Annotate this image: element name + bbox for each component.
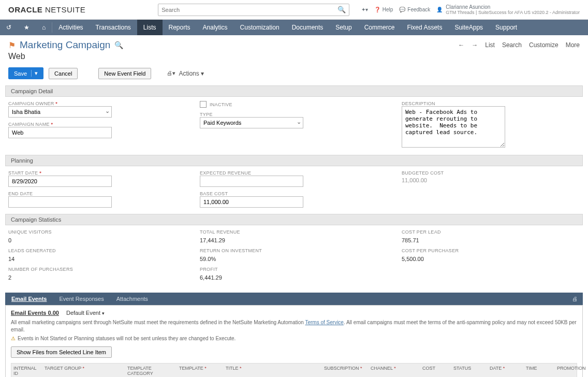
expected-revenue-field[interactable] bbox=[200, 176, 303, 187]
subtab-email-events[interactable]: Email Events bbox=[5, 293, 53, 305]
nav-documents[interactable]: Documents bbox=[286, 20, 330, 35]
cost-per-lead-label: COST PER LEAD bbox=[402, 229, 580, 235]
nav-activities[interactable]: Activities bbox=[52, 20, 89, 35]
inactive-checkbox[interactable] bbox=[200, 101, 207, 108]
nav-analytics[interactable]: Analytics bbox=[197, 20, 234, 35]
total-revenue-label: TOTAL REVENUE bbox=[200, 229, 396, 235]
base-cost-field[interactable] bbox=[200, 196, 303, 208]
col-date[interactable]: DATE * bbox=[488, 364, 524, 377]
global-search[interactable]: 🔍 bbox=[158, 4, 349, 16]
nav-lists[interactable]: Lists bbox=[137, 20, 163, 35]
campaign-owner-label: CAMPAIGN OWNER * bbox=[8, 101, 195, 106]
col-subscription[interactable]: SUBSCRIPTION * bbox=[322, 364, 369, 377]
col-cost[interactable]: COST bbox=[420, 364, 451, 377]
actions-menu[interactable]: Actions ▾ bbox=[179, 70, 204, 77]
profit-label: PROFIT bbox=[200, 267, 396, 272]
flag-icon: ⚑ bbox=[8, 40, 16, 50]
nav-customization[interactable]: Customization bbox=[234, 20, 286, 35]
campaign-name-field[interactable] bbox=[8, 127, 112, 138]
terms-of-service-link[interactable]: Terms of Service bbox=[305, 320, 343, 325]
print-icon[interactable]: 🖨▾ bbox=[167, 70, 175, 77]
col-target-group[interactable]: TARGET GROUP * bbox=[42, 364, 125, 377]
end-date-field[interactable] bbox=[8, 196, 112, 208]
nav-transactions[interactable]: Transactions bbox=[90, 20, 137, 35]
col-internal-id: INTERNAL ID bbox=[11, 364, 42, 377]
budgeted-cost-label: BUDGETED COST bbox=[402, 170, 580, 176]
nav-recent-icon[interactable]: ↺ bbox=[0, 20, 18, 35]
inner-tab-default-event[interactable]: Default Event ▾ bbox=[66, 310, 105, 316]
user-menu[interactable]: 👤 Clarianne Asuncion GTM Threads | Suite… bbox=[436, 4, 580, 16]
customize-link[interactable]: Customize bbox=[529, 41, 558, 49]
nav-home-icon[interactable]: ⌂ bbox=[36, 20, 52, 35]
subtab-printer-icon[interactable]: 🖨 bbox=[572, 296, 583, 302]
budgeted-cost-value: 11,000.00 bbox=[402, 176, 580, 185]
col-status[interactable]: STATUS bbox=[451, 364, 488, 377]
warning-icon: ⚠ bbox=[11, 336, 16, 341]
section-campaign-detail: Campaign Detail bbox=[5, 85, 583, 97]
col-template[interactable]: TEMPLATE * bbox=[177, 364, 224, 377]
main-nav: ↺ ★ ⌂ Activities Transactions Lists Repo… bbox=[0, 20, 588, 35]
description-label: DESCRIPTION bbox=[402, 101, 580, 106]
nav-setup[interactable]: Setup bbox=[329, 20, 358, 35]
expected-revenue-label: EXPECTED REVENUE bbox=[200, 170, 396, 176]
type-field[interactable] bbox=[200, 117, 303, 128]
base-cost-label: BASE COST bbox=[200, 191, 396, 196]
dropdown-icon[interactable]: ⌄ bbox=[297, 119, 301, 125]
col-title[interactable]: TITLE * bbox=[224, 364, 322, 377]
grid-header: INTERNAL ID TARGET GROUP * TEMPLATE CATE… bbox=[11, 363, 577, 377]
col-promotion[interactable]: PROMOTION bbox=[555, 364, 588, 377]
save-button[interactable]: Save▾ bbox=[8, 67, 43, 79]
section-campaign-statistics: Campaign Statistics bbox=[5, 214, 583, 225]
cost-per-purchaser-value: 5,500.00 bbox=[402, 254, 580, 264]
leads-generated-value: 14 bbox=[8, 254, 195, 264]
nav-star-icon[interactable]: ★ bbox=[18, 20, 36, 35]
user-role: GTM Threads | SuiteSuccess for AFA US v2… bbox=[446, 10, 580, 16]
col-template-category[interactable]: TEMPLATE CATEGORY bbox=[125, 364, 177, 377]
inner-tab-email-events[interactable]: Email Events 0.00 bbox=[11, 310, 59, 316]
roi-value: 59.0% bbox=[200, 254, 396, 264]
list-link[interactable]: List bbox=[485, 41, 495, 49]
global-create-icon[interactable]: ✦▾ bbox=[361, 7, 368, 12]
cancel-button[interactable]: Cancel bbox=[49, 68, 78, 79]
back-arrow-icon[interactable]: ← bbox=[458, 41, 464, 49]
more-link[interactable]: More bbox=[566, 41, 580, 49]
page-subtitle: Web bbox=[8, 52, 580, 61]
leads-generated-label: LEADS GENERATED bbox=[8, 248, 195, 253]
dropdown-icon[interactable]: ⌄ bbox=[105, 108, 110, 114]
start-date-label: START DATE * bbox=[8, 170, 195, 176]
search-input[interactable] bbox=[161, 7, 337, 13]
nav-reports[interactable]: Reports bbox=[163, 20, 197, 35]
campaign-name-label: CAMPAIGN NAME * bbox=[8, 122, 195, 127]
col-channel[interactable]: CHANNEL * bbox=[369, 364, 420, 377]
nav-fixed-assets[interactable]: Fixed Assets bbox=[401, 20, 448, 35]
page-title: Marketing Campaign bbox=[20, 39, 110, 51]
cost-per-purchaser-label: COST PER PURCHASER bbox=[402, 248, 580, 253]
nav-suiteapps[interactable]: SuiteApps bbox=[448, 20, 489, 35]
unique-visitors-label: UNIQUE VISITORS bbox=[8, 229, 195, 235]
subtab-attachments[interactable]: Attachments bbox=[110, 293, 154, 305]
search-link[interactable]: Search bbox=[502, 41, 522, 49]
nav-commerce[interactable]: Commerce bbox=[358, 20, 401, 35]
subtab-event-responses[interactable]: Event Responses bbox=[53, 293, 110, 305]
new-event-field-button[interactable]: New Event Field bbox=[98, 68, 151, 79]
feedback-link[interactable]: 💬 Feedback bbox=[399, 7, 430, 12]
total-revenue-value: 17,441.29 bbox=[200, 236, 396, 245]
logo: ORACLE NETSUITE bbox=[8, 5, 85, 14]
nav-support[interactable]: Support bbox=[489, 20, 523, 35]
roi-label: RETURN ON INVESTMENT bbox=[200, 248, 396, 253]
start-date-field[interactable] bbox=[8, 176, 112, 187]
description-field[interactable]: Web - Facebook Ads to generate rerouting… bbox=[402, 106, 505, 148]
end-date-label: END DATE bbox=[8, 191, 195, 196]
global-header: ORACLE NETSUITE 🔍 ✦▾ ❓ Help 💬 Feedback 👤… bbox=[0, 0, 588, 20]
forward-arrow-icon[interactable]: → bbox=[472, 41, 478, 49]
page-search-icon[interactable]: 🔍 bbox=[114, 41, 123, 49]
user-name: Clarianne Asuncion bbox=[446, 4, 580, 10]
show-files-button[interactable]: Show Files from Selected Line Item bbox=[11, 346, 112, 358]
policy-text: All email marketing campaigns sent throu… bbox=[11, 319, 577, 334]
help-link[interactable]: ❓ Help bbox=[374, 7, 393, 12]
number-purchasers-value: 2 bbox=[8, 273, 195, 282]
col-time[interactable]: TIME bbox=[524, 364, 555, 377]
campaign-owner-field[interactable] bbox=[8, 106, 112, 118]
search-icon[interactable]: 🔍 bbox=[337, 6, 346, 13]
unique-visitors-value: 0 bbox=[8, 236, 195, 245]
